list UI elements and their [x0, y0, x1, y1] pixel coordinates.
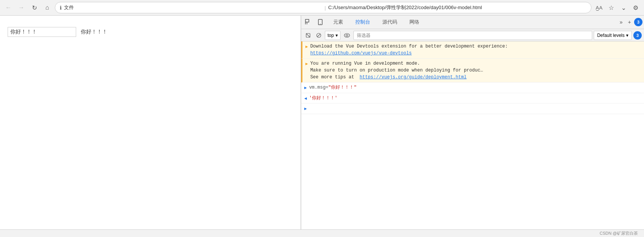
messages-badge-toolbar[interactable]: 3: [633, 31, 642, 40]
message-content-1: Download the Vue Devtools extension for …: [310, 43, 641, 57]
separator: |: [324, 5, 326, 11]
messages-badge-header[interactable]: 3: [634, 18, 642, 26]
watermark-text: CSDN @矿尿官白茶: [600, 231, 638, 236]
filter-input[interactable]: [353, 31, 592, 40]
console-message-result: ◀ '你好！！！': [301, 93, 644, 104]
url-text: C:/Users/maoma/Desktop/弹性学制2022/code/day…: [328, 4, 586, 11]
devtools-icon-tabs: [301, 16, 327, 29]
nav-bar: ← → ↻ ⌂ ℹ 文件 | C:/Users/maoma/Desktop/弹性…: [0, 0, 644, 15]
home-button[interactable]: ⌂: [42, 2, 53, 13]
message-content-2: You are running Vue in development mode.…: [310, 60, 641, 81]
main-area: 你好！！！ 元素: [0, 16, 644, 229]
cmd-arrow[interactable]: ▶: [304, 85, 307, 91]
vue-devtools-link[interactable]: https://github.com/vuejs/vue-devtools: [310, 51, 412, 56]
default-levels-label: Default levels: [597, 33, 625, 38]
console-output: ▶ Download the Vue Devtools extension fo…: [301, 41, 644, 229]
cmd-label: vm.msg=: [309, 85, 328, 90]
deployment-link[interactable]: https://vuejs.org/guide/deployment.html: [360, 75, 467, 80]
message-text-1: Download the Vue Devtools extension for …: [310, 44, 508, 49]
devtools-panel: 元素 控制台 源代码 网络 » + 3: [301, 16, 644, 229]
svg-point-4: [320, 24, 321, 24]
address-bar[interactable]: ℹ 文件 | C:/Users/maoma/Desktop/弹性学制2022/c…: [55, 2, 591, 13]
default-levels-button[interactable]: Default levels ▾: [594, 31, 632, 40]
top-dropdown-arrow: ▾: [336, 33, 338, 38]
svg-rect-0: [305, 19, 309, 22]
svg-line-6: [306, 33, 310, 37]
console-message-devmode: ▶ You are running Vue in development mod…: [301, 59, 644, 83]
display-text: 你好！！！: [81, 29, 107, 35]
tab-console[interactable]: 控制台: [349, 16, 376, 29]
expand-arrow-2[interactable]: ▶: [305, 61, 308, 67]
devtools-tab-bar: 元素 控制台 源代码 网络 » + 3: [301, 16, 644, 29]
back-button[interactable]: ←: [3, 2, 14, 13]
more-tabs-button[interactable]: »: [617, 17, 625, 27]
prompt-content: [309, 105, 641, 112]
info-icon: ℹ: [60, 5, 62, 11]
file-label: 文件: [64, 4, 322, 11]
prompt-arrow[interactable]: ▶: [304, 106, 307, 112]
console-message-vudevtools: ▶ Download the Vue Devtools extension fo…: [301, 41, 644, 59]
svg-point-10: [346, 34, 348, 36]
browser-chrome: ← → ↻ ⌂ ℹ 文件 | C:/Users/maoma/Desktop/弹性…: [0, 0, 644, 16]
expand-arrow-1[interactable]: ▶: [305, 44, 308, 50]
font-size-button[interactable]: A̲A: [594, 2, 604, 13]
eye-button[interactable]: [342, 31, 352, 40]
favorites-button[interactable]: ☆: [606, 2, 617, 13]
tab-sources[interactable]: 源代码: [376, 16, 403, 29]
page-content: 你好！！！: [0, 16, 301, 229]
default-levels-arrow: ▾: [626, 33, 628, 38]
svg-point-9: [344, 33, 350, 37]
result-value: '你好！！！': [309, 95, 337, 101]
message-content-cmd: vm.msg="你好！！！": [309, 84, 641, 91]
console-toolbar: top ▾ Default levels ▾ 3: [301, 29, 644, 41]
tab-network[interactable]: 网络: [403, 16, 425, 29]
nav-right-icons: A̲A ☆ ⌄ ⚙: [594, 2, 641, 13]
devtools-more-tabs: » + 3: [617, 17, 644, 27]
console-prompt: ▶: [301, 103, 644, 114]
message-content-result: '你好！！！': [309, 95, 641, 102]
settings-button[interactable]: ⚙: [630, 2, 641, 13]
top-selector[interactable]: top ▾: [325, 31, 340, 40]
reload-button[interactable]: ↻: [29, 2, 40, 13]
profile-button[interactable]: ⌄: [618, 2, 629, 13]
device-toggle-button[interactable]: [315, 17, 326, 27]
block-button[interactable]: [314, 31, 323, 40]
cmd-value: "你好！！！": [328, 85, 356, 90]
add-tab-button[interactable]: +: [626, 17, 633, 27]
tab-elements[interactable]: 元素: [327, 16, 349, 29]
svg-line-8: [317, 34, 320, 37]
top-label: top: [328, 33, 334, 38]
forward-button[interactable]: →: [16, 2, 27, 13]
v-model-input[interactable]: [8, 27, 76, 37]
result-arrow[interactable]: ◀: [304, 95, 307, 102]
console-message-cmd: ▶ vm.msg="你好！！！": [301, 83, 644, 93]
inspect-element-button[interactable]: [303, 17, 313, 27]
bottom-bar: CSDN @矿尿官白茶: [0, 229, 644, 237]
clear-console-button[interactable]: [304, 31, 313, 40]
